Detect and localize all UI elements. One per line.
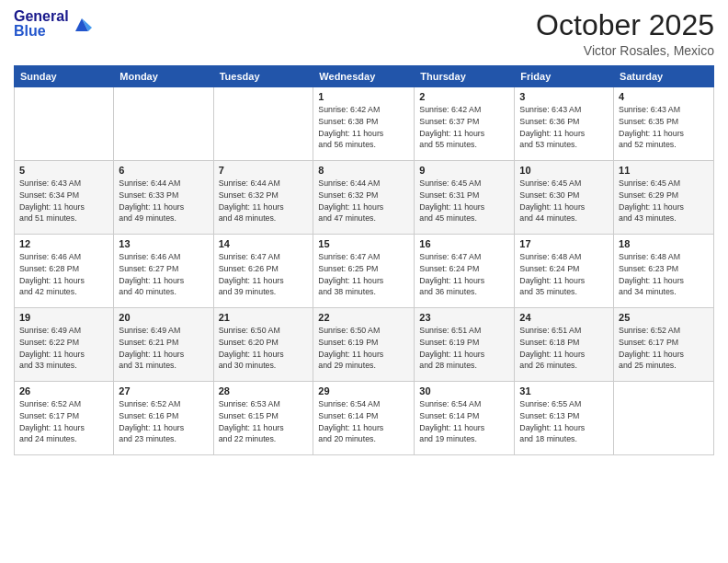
day-number: 25 bbox=[619, 312, 709, 323]
day-info: Sunrise: 6:54 AM Sunset: 6:14 PM Dayligh… bbox=[318, 398, 409, 445]
day-number: 13 bbox=[119, 238, 208, 249]
calendar-day-cell: 2Sunrise: 6:42 AM Sunset: 6:37 PM Daylig… bbox=[415, 87, 515, 161]
day-info: Sunrise: 6:43 AM Sunset: 6:36 PM Dayligh… bbox=[519, 104, 609, 151]
calendar-week-row: 26Sunrise: 6:52 AM Sunset: 6:17 PM Dayli… bbox=[15, 382, 714, 455]
calendar-day-header: Thursday bbox=[415, 66, 515, 87]
day-info: Sunrise: 6:45 AM Sunset: 6:31 PM Dayligh… bbox=[419, 178, 509, 224]
calendar-day-cell: 11Sunrise: 6:45 AM Sunset: 6:29 PM Dayli… bbox=[614, 161, 714, 235]
day-number: 23 bbox=[419, 312, 509, 323]
calendar-day-cell: 21Sunrise: 6:50 AM Sunset: 6:20 PM Dayli… bbox=[213, 308, 313, 382]
day-number: 9 bbox=[419, 165, 509, 176]
day-number: 6 bbox=[119, 165, 208, 176]
day-number: 24 bbox=[519, 312, 609, 323]
calendar-table: SundayMondayTuesdayWednesdayThursdayFrid… bbox=[14, 65, 714, 455]
day-info: Sunrise: 6:46 AM Sunset: 6:28 PM Dayligh… bbox=[19, 251, 108, 298]
calendar-week-row: 5Sunrise: 6:43 AM Sunset: 6:34 PM Daylig… bbox=[15, 161, 714, 235]
day-info: Sunrise: 6:47 AM Sunset: 6:25 PM Dayligh… bbox=[318, 251, 409, 298]
day-info: Sunrise: 6:52 AM Sunset: 6:17 PM Dayligh… bbox=[619, 325, 709, 372]
logo: General Blue bbox=[14, 9, 92, 39]
logo-icon bbox=[72, 15, 92, 35]
calendar-day-cell bbox=[213, 87, 313, 161]
day-info: Sunrise: 6:47 AM Sunset: 6:26 PM Dayligh… bbox=[219, 251, 309, 298]
day-info: Sunrise: 6:43 AM Sunset: 6:35 PM Dayligh… bbox=[619, 104, 709, 151]
calendar-day-cell: 3Sunrise: 6:43 AM Sunset: 6:36 PM Daylig… bbox=[515, 87, 614, 161]
day-info: Sunrise: 6:55 AM Sunset: 6:13 PM Dayligh… bbox=[519, 398, 609, 445]
day-number: 5 bbox=[19, 165, 108, 176]
day-info: Sunrise: 6:49 AM Sunset: 6:22 PM Dayligh… bbox=[19, 325, 108, 372]
month-title: October 2025 bbox=[536, 9, 714, 41]
day-number: 3 bbox=[519, 91, 609, 102]
calendar-day-cell: 31Sunrise: 6:55 AM Sunset: 6:13 PM Dayli… bbox=[515, 382, 614, 455]
day-number: 2 bbox=[419, 91, 509, 102]
day-info: Sunrise: 6:45 AM Sunset: 6:30 PM Dayligh… bbox=[519, 178, 609, 224]
calendar-day-cell bbox=[614, 382, 714, 455]
calendar-day-cell: 23Sunrise: 6:51 AM Sunset: 6:19 PM Dayli… bbox=[415, 308, 515, 382]
calendar-day-cell: 17Sunrise: 6:48 AM Sunset: 6:24 PM Dayli… bbox=[515, 235, 614, 308]
header: General Blue October 2025 Victor Rosales… bbox=[14, 9, 714, 58]
calendar-day-cell: 18Sunrise: 6:48 AM Sunset: 6:23 PM Dayli… bbox=[614, 235, 714, 308]
logo-general: General bbox=[14, 9, 69, 24]
calendar-day-header: Friday bbox=[515, 66, 614, 87]
day-info: Sunrise: 6:44 AM Sunset: 6:32 PM Dayligh… bbox=[219, 178, 309, 224]
calendar-day-cell: 30Sunrise: 6:54 AM Sunset: 6:14 PM Dayli… bbox=[415, 382, 515, 455]
calendar-week-row: 19Sunrise: 6:49 AM Sunset: 6:22 PM Dayli… bbox=[15, 308, 714, 382]
day-number: 14 bbox=[219, 238, 309, 249]
day-info: Sunrise: 6:54 AM Sunset: 6:14 PM Dayligh… bbox=[419, 398, 509, 445]
calendar-day-cell: 29Sunrise: 6:54 AM Sunset: 6:14 PM Dayli… bbox=[313, 382, 415, 455]
day-info: Sunrise: 6:48 AM Sunset: 6:23 PM Dayligh… bbox=[619, 251, 709, 298]
day-info: Sunrise: 6:49 AM Sunset: 6:21 PM Dayligh… bbox=[119, 325, 208, 372]
calendar-day-cell: 20Sunrise: 6:49 AM Sunset: 6:21 PM Dayli… bbox=[114, 308, 213, 382]
calendar-day-cell: 5Sunrise: 6:43 AM Sunset: 6:34 PM Daylig… bbox=[15, 161, 114, 235]
day-info: Sunrise: 6:43 AM Sunset: 6:34 PM Dayligh… bbox=[19, 178, 108, 224]
calendar-day-header: Sunday bbox=[15, 66, 114, 87]
calendar-week-row: 1Sunrise: 6:42 AM Sunset: 6:38 PM Daylig… bbox=[15, 87, 714, 161]
day-number: 19 bbox=[19, 312, 108, 323]
day-number: 30 bbox=[419, 385, 509, 396]
calendar-day-cell: 9Sunrise: 6:45 AM Sunset: 6:31 PM Daylig… bbox=[415, 161, 515, 235]
day-info: Sunrise: 6:47 AM Sunset: 6:24 PM Dayligh… bbox=[419, 251, 509, 298]
day-number: 15 bbox=[318, 238, 409, 249]
calendar-day-cell: 6Sunrise: 6:44 AM Sunset: 6:33 PM Daylig… bbox=[114, 161, 213, 235]
day-number: 1 bbox=[318, 91, 409, 102]
calendar-day-cell: 15Sunrise: 6:47 AM Sunset: 6:25 PM Dayli… bbox=[313, 235, 415, 308]
calendar-day-cell: 26Sunrise: 6:52 AM Sunset: 6:17 PM Dayli… bbox=[15, 382, 114, 455]
calendar-day-cell: 12Sunrise: 6:46 AM Sunset: 6:28 PM Dayli… bbox=[15, 235, 114, 308]
calendar-day-cell: 14Sunrise: 6:47 AM Sunset: 6:26 PM Dayli… bbox=[213, 235, 313, 308]
calendar-day-cell: 25Sunrise: 6:52 AM Sunset: 6:17 PM Dayli… bbox=[614, 308, 714, 382]
calendar-day-header: Wednesday bbox=[313, 66, 415, 87]
day-info: Sunrise: 6:51 AM Sunset: 6:19 PM Dayligh… bbox=[419, 325, 509, 372]
calendar-day-cell: 13Sunrise: 6:46 AM Sunset: 6:27 PM Dayli… bbox=[114, 235, 213, 308]
day-info: Sunrise: 6:52 AM Sunset: 6:17 PM Dayligh… bbox=[19, 398, 108, 445]
day-info: Sunrise: 6:45 AM Sunset: 6:29 PM Dayligh… bbox=[619, 178, 709, 224]
day-info: Sunrise: 6:50 AM Sunset: 6:19 PM Dayligh… bbox=[318, 325, 409, 372]
day-info: Sunrise: 6:48 AM Sunset: 6:24 PM Dayligh… bbox=[519, 251, 609, 298]
calendar-day-cell bbox=[114, 87, 213, 161]
calendar-day-cell: 19Sunrise: 6:49 AM Sunset: 6:22 PM Dayli… bbox=[15, 308, 114, 382]
day-info: Sunrise: 6:50 AM Sunset: 6:20 PM Dayligh… bbox=[219, 325, 309, 372]
location-title: Victor Rosales, Mexico bbox=[536, 43, 714, 58]
day-number: 4 bbox=[619, 91, 709, 102]
calendar-day-cell: 10Sunrise: 6:45 AM Sunset: 6:30 PM Dayli… bbox=[515, 161, 614, 235]
calendar-day-cell bbox=[15, 87, 114, 161]
day-number: 27 bbox=[119, 385, 208, 396]
logo-blue: Blue bbox=[14, 24, 69, 39]
day-number: 8 bbox=[318, 165, 409, 176]
day-info: Sunrise: 6:51 AM Sunset: 6:18 PM Dayligh… bbox=[519, 325, 609, 372]
day-info: Sunrise: 6:44 AM Sunset: 6:33 PM Dayligh… bbox=[119, 178, 208, 224]
calendar-day-cell: 1Sunrise: 6:42 AM Sunset: 6:38 PM Daylig… bbox=[313, 87, 415, 161]
day-number: 11 bbox=[619, 165, 709, 176]
day-info: Sunrise: 6:52 AM Sunset: 6:16 PM Dayligh… bbox=[119, 398, 208, 445]
calendar-day-cell: 4Sunrise: 6:43 AM Sunset: 6:35 PM Daylig… bbox=[614, 87, 714, 161]
day-number: 26 bbox=[19, 385, 108, 396]
day-number: 7 bbox=[219, 165, 309, 176]
calendar-day-cell: 8Sunrise: 6:44 AM Sunset: 6:32 PM Daylig… bbox=[313, 161, 415, 235]
title-block: October 2025 Victor Rosales, Mexico bbox=[536, 9, 714, 58]
calendar-day-header: Saturday bbox=[614, 66, 714, 87]
day-info: Sunrise: 6:46 AM Sunset: 6:27 PM Dayligh… bbox=[119, 251, 208, 298]
page: General Blue October 2025 Victor Rosales… bbox=[0, 0, 728, 563]
day-number: 20 bbox=[119, 312, 208, 323]
day-number: 31 bbox=[519, 385, 609, 396]
calendar-day-cell: 27Sunrise: 6:52 AM Sunset: 6:16 PM Dayli… bbox=[114, 382, 213, 455]
day-number: 17 bbox=[519, 238, 609, 249]
day-number: 28 bbox=[219, 385, 309, 396]
